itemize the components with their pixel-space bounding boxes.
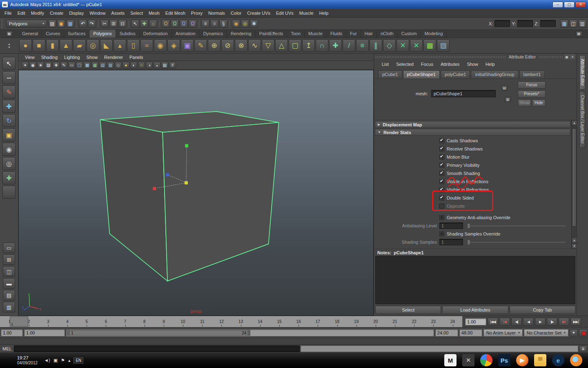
- undo-icon[interactable]: ↶: [79, 20, 87, 28]
- menubar-item[interactable]: Edit Mesh: [163, 11, 188, 16]
- antialiasing-level-slider[interactable]: [467, 225, 566, 227]
- ae-node-tab[interactable]: pCube1: [378, 70, 402, 79]
- poly-smooth-icon[interactable]: ∿: [248, 39, 261, 52]
- viewport-menu-item[interactable]: Shading: [38, 55, 61, 60]
- auto-keyframe-toggle[interactable]: [579, 329, 587, 337]
- last-tool-icon[interactable]: [2, 186, 16, 199]
- ae-menu-item[interactable]: Show: [463, 62, 482, 67]
- layout-hypershade-icon[interactable]: ▤: [3, 290, 15, 301]
- poly-helix-icon[interactable]: ≈: [140, 39, 153, 52]
- viewport-menu-item[interactable]: View: [22, 55, 38, 60]
- shelf-tab[interactable]: Deformation: [140, 30, 172, 38]
- poly-prism-icon[interactable]: ◣: [100, 39, 113, 52]
- copy-icon[interactable]: ⊞: [109, 20, 118, 28]
- snap-to-plane-icon[interactable]: Ω: [189, 20, 197, 28]
- new-scene-icon[interactable]: ▤: [48, 20, 56, 28]
- attribute-editor-header[interactable]: Attribute Editor ▣ ✕: [374, 54, 577, 60]
- range-slider-bar[interactable]: 1 24: [67, 330, 250, 336]
- camera-attributes-icon[interactable]: ◉: [29, 62, 36, 69]
- poly-sphere-icon[interactable]: ●: [19, 39, 32, 52]
- show-button[interactable]: Show: [518, 99, 531, 107]
- step-back-key-button[interactable]: |◀: [499, 318, 510, 326]
- ae-node-tab[interactable]: initialShadingGroup: [471, 70, 518, 79]
- output-connections-icon[interactable]: ≡: [210, 20, 218, 28]
- playback-end-field[interactable]: 24.00: [435, 329, 458, 337]
- maximize-button[interactable]: ▢: [564, 2, 575, 8]
- select-object-icon[interactable]: ↖: [131, 20, 139, 28]
- taskbar-clock[interactable]: 19:27 04/09/2012: [17, 355, 38, 365]
- playback-start-field[interactable]: 1.00: [24, 329, 65, 337]
- shelf-editor-icon[interactable]: ▦: [576, 31, 582, 37]
- checkbox-icon[interactable]: [439, 231, 444, 236]
- step-forward-frame-button[interactable]: |▶: [547, 318, 557, 326]
- flag-icon[interactable]: ⚑: [61, 358, 65, 363]
- mesh-name-field[interactable]: pCubeShape1: [431, 90, 496, 97]
- poly-cylinder-icon[interactable]: ▮: [46, 39, 59, 52]
- shelf-scroll-up-icon[interactable]: ▲: [8, 43, 11, 45]
- set-key-icon[interactable]: ✦: [570, 329, 578, 337]
- ae-menu-item[interactable]: Selected: [392, 62, 417, 67]
- scroll-down-icon[interactable]: ▼: [572, 243, 577, 249]
- shelf-tab[interactable]: General: [18, 30, 42, 38]
- ncloth-create-icon[interactable]: ✕: [396, 39, 409, 52]
- paste-icon[interactable]: ⊟: [118, 20, 127, 28]
- checkbox-icon[interactable]: [439, 146, 444, 151]
- channel-box-toggle-icon[interactable]: ▥: [578, 20, 586, 28]
- checkbox-icon[interactable]: [439, 155, 444, 159]
- firefox-app-icon[interactable]: [570, 354, 582, 366]
- ae-menu-item[interactable]: Help: [482, 62, 499, 67]
- film-gate-icon[interactable]: ▭: [68, 62, 75, 69]
- command-line-mode-label[interactable]: MEL: [1, 346, 13, 351]
- poly-bridge-icon[interactable]: ∩: [316, 39, 328, 52]
- language-indicator[interactable]: EN: [74, 357, 83, 364]
- lock-camera-icon[interactable]: ✦: [22, 62, 29, 69]
- x-coord-input[interactable]: [494, 20, 510, 27]
- menubar-item[interactable]: Create UVs: [244, 11, 273, 16]
- folder-app-icon[interactable]: ▀: [534, 354, 546, 366]
- antialiasing-level-field[interactable]: 1: [439, 222, 463, 229]
- poly-separate-icon[interactable]: ⊘: [221, 39, 234, 52]
- animation-start-field[interactable]: 1.00: [1, 329, 23, 337]
- ipr-render-icon[interactable]: ◎: [241, 20, 249, 28]
- minimize-button[interactable]: –: [552, 2, 563, 8]
- checkbox-icon[interactable]: [439, 179, 444, 184]
- textured-mode-icon[interactable]: ◐: [130, 62, 137, 69]
- field-chart-icon[interactable]: ▦: [91, 62, 98, 69]
- ncloth-collide-icon[interactable]: ✕: [410, 39, 423, 52]
- panel-layout-icon[interactable]: ▦: [560, 20, 568, 28]
- scrollbar-thumb[interactable]: [572, 128, 577, 227]
- snap-to-curve-icon[interactable]: Ω: [171, 20, 179, 28]
- menubar-item[interactable]: File: [2, 11, 15, 16]
- copy-tab-button[interactable]: Copy Tab: [510, 306, 575, 314]
- poly-plane-icon[interactable]: ▰: [73, 39, 86, 52]
- viewport-menu-item[interactable]: Lighting: [61, 55, 83, 60]
- subdiv-cube-icon[interactable]: ▣: [181, 39, 194, 52]
- character-set-dropdown[interactable]: No Character Set: [524, 329, 568, 337]
- photoshop-app-icon[interactable]: Ps: [498, 354, 510, 366]
- ae-menu-item[interactable]: Focus: [417, 62, 437, 67]
- select-button[interactable]: Select: [375, 306, 441, 314]
- focus-button[interactable]: Focus: [518, 81, 546, 89]
- layout-persp-graph-icon[interactable]: ▬: [3, 278, 15, 289]
- load-attributes-button[interactable]: Load Attributes: [442, 306, 508, 314]
- scroll-up-icon[interactable]: ▲: [572, 120, 577, 126]
- 2d-pan-zoom-icon[interactable]: ✚: [53, 62, 60, 69]
- title-bar[interactable]: m Autodesk Maya 2011 x64: untitled* --- …: [0, 0, 588, 9]
- grease-pencil-icon[interactable]: ✎: [60, 62, 67, 69]
- rotate-tool-icon[interactable]: ↻: [2, 114, 16, 127]
- vertical-scrollbar[interactable]: ▲ ▲ ▼: [571, 120, 577, 249]
- step-back-frame-button[interactable]: ◀|: [511, 318, 522, 326]
- viewport-menu-item[interactable]: Renderer: [101, 55, 126, 60]
- panel-close-icon[interactable]: ✕: [570, 54, 575, 59]
- checkbox-primary-visibility[interactable]: Primary Visibility: [375, 161, 570, 169]
- checkbox-casts-shadows[interactable]: Casts Shadows: [375, 137, 570, 145]
- ae-node-tab[interactable]: lambert1: [519, 70, 545, 79]
- poly-platonic-icon[interactable]: ◈: [167, 39, 180, 52]
- sculpt-geometry-icon[interactable]: ✎: [194, 39, 207, 52]
- layout-persp-uv-icon[interactable]: ▥: [3, 302, 15, 312]
- show-hidden-icons-icon[interactable]: ▴: [68, 358, 71, 363]
- checkbox-shading-samples-override[interactable]: Shading Samples Override: [375, 230, 570, 238]
- attribute-list-icon[interactable]: ▥: [505, 97, 511, 102]
- safe-action-icon[interactable]: ▤: [99, 62, 106, 69]
- ie-app-icon[interactable]: e: [552, 354, 564, 366]
